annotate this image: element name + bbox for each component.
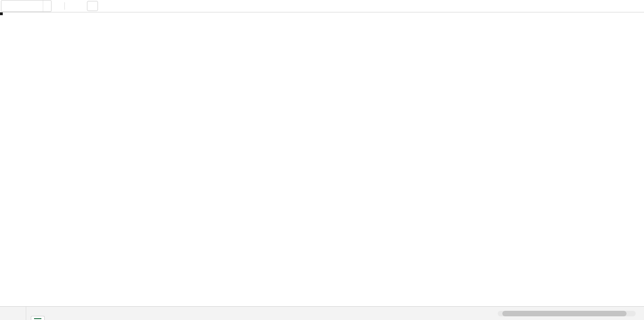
name-box-dropdown[interactable]: [43, 0, 51, 11]
horizontal-scrollbar-thumb[interactable]: [502, 311, 627, 316]
divider: [64, 2, 65, 10]
confirm-formula-button[interactable]: [77, 0, 87, 12]
status-more-button[interactable]: [478, 307, 489, 320]
sheet-nav: [0, 307, 26, 320]
name-box-container: [1, 0, 52, 12]
sheet-tab-sheet1[interactable]: [31, 316, 45, 320]
formula-bar-more-button[interactable]: [52, 0, 63, 12]
formula-bar: [0, 0, 644, 12]
active-cell-outline: [0, 12, 2, 14]
name-box[interactable]: [1, 0, 43, 11]
status-bar: [0, 306, 644, 320]
horizontal-scrollbar[interactable]: [498, 311, 636, 316]
insert-function-button[interactable]: [87, 1, 98, 11]
spill-range-outline: [0, 12, 2, 14]
spreadsheet-grid[interactable]: [0, 12, 644, 306]
formula-input[interactable]: [100, 0, 644, 12]
sheet-tabs: [26, 307, 59, 320]
fill-handle[interactable]: [0, 12, 3, 15]
cancel-formula-button[interactable]: [67, 0, 77, 12]
